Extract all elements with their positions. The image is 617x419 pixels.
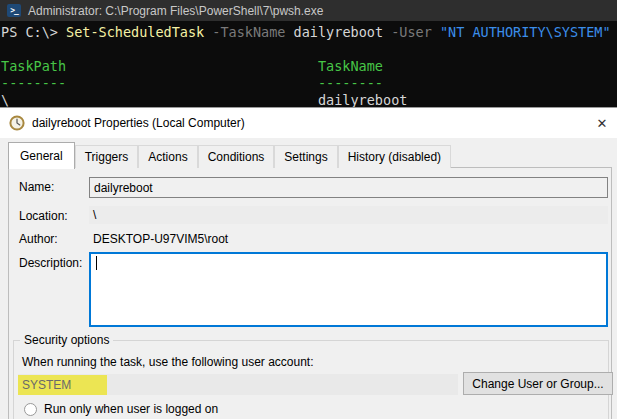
screen: >_ Administrator: C:\Program Files\Power… <box>0 0 617 419</box>
tab-strip: General Triggers Actions Conditions Sett… <box>8 141 451 168</box>
output-header-line: TaskPath TaskName <box>1 58 617 75</box>
tab-actions[interactable]: Actions <box>138 145 197 168</box>
tab-general[interactable]: General <box>8 142 75 169</box>
user-account-hint: When running the task, use the following… <box>22 355 314 369</box>
change-user-or-group-button[interactable]: Change User or Group... <box>463 372 613 395</box>
description-label: Description: <box>19 256 82 270</box>
close-icon[interactable]: ✕ <box>593 114 611 132</box>
terminal-body[interactable]: PS C:\> Set-ScheduledTask -TaskName dail… <box>0 21 617 107</box>
user-account-field: SYSTEM <box>18 374 458 395</box>
dialog-title: dailyreboot Properties (Local Computer) <box>32 116 245 130</box>
radio-button-icon[interactable] <box>24 403 37 416</box>
name-field[interactable]: dailyreboot <box>89 177 608 198</box>
author-label: Author: <box>19 232 58 246</box>
arg-user: "NT AUTHORITY\SYSTEM" <box>440 24 611 40</box>
author-value: DESKTOP-U97VIM5\root <box>93 232 228 246</box>
dialog-titlebar[interactable]: dailyreboot Properties (Local Computer) … <box>0 108 617 138</box>
task-scheduler-clock-icon <box>9 115 25 131</box>
command-line: PS C:\> Set-ScheduledTask -TaskName dail… <box>1 24 617 41</box>
run-only-logged-on-label: Run only when user is logged on <box>44 402 218 416</box>
prompt: PS C:\> <box>1 24 66 40</box>
tab-triggers[interactable]: Triggers <box>75 145 139 168</box>
powershell-icon: >_ <box>7 4 21 17</box>
run-only-logged-on-option[interactable]: Run only when user is logged on <box>24 402 218 416</box>
location-value: \ <box>89 206 608 224</box>
param-taskname: -TaskName <box>204 24 293 40</box>
user-account-value-highlighted: SYSTEM <box>18 375 107 395</box>
tab-history[interactable]: History (disabled) <box>338 145 451 168</box>
command-name: Set-ScheduledTask <box>66 24 204 40</box>
terminal-window-title: Administrator: C:\Program Files\PowerShe… <box>28 4 323 18</box>
terminal-titlebar: >_ Administrator: C:\Program Files\Power… <box>0 0 617 21</box>
name-label: Name: <box>19 180 54 194</box>
description-field[interactable] <box>89 252 608 327</box>
location-label: Location: <box>19 209 68 223</box>
output-dash-line: -------- -------- <box>1 75 617 92</box>
security-options-group: Security options When running the task, … <box>13 340 609 419</box>
tab-conditions[interactable]: Conditions <box>198 145 275 168</box>
arg-taskname: dailyreboot <box>294 24 383 40</box>
tab-settings[interactable]: Settings <box>274 145 337 168</box>
param-user: -User <box>383 24 440 40</box>
blank-line <box>1 41 617 58</box>
security-options-legend: Security options <box>20 333 113 347</box>
text-caret <box>96 256 97 270</box>
general-tab-page: Name: dailyreboot Location: \ Author: DE… <box>8 167 612 419</box>
task-properties-dialog: dailyreboot Properties (Local Computer) … <box>0 107 617 419</box>
